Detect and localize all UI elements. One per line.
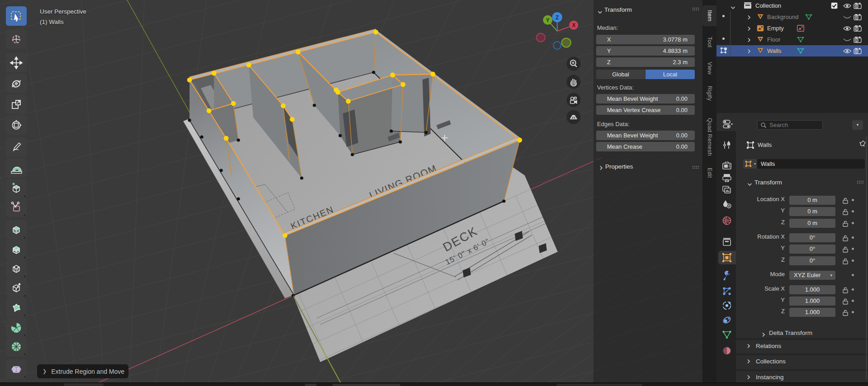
svg-text:Y: Y <box>546 17 550 24</box>
svg-text:X: X <box>572 22 576 28</box>
svg-text:Z: Z <box>555 14 559 21</box>
